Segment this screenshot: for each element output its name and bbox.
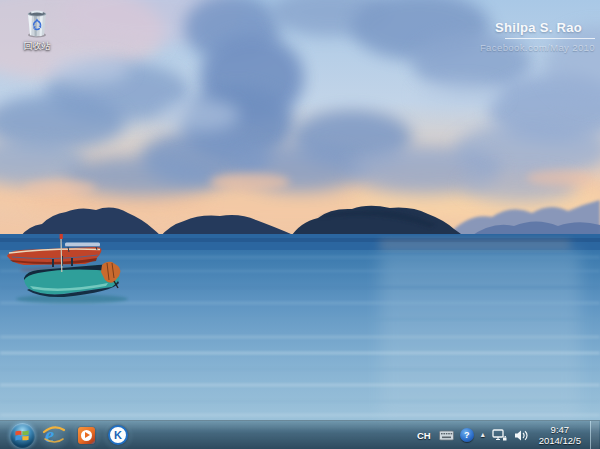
recycle-bin-icon	[21, 8, 53, 40]
system-tray: CH ? ▴	[414, 421, 600, 449]
k-app-icon: K	[108, 425, 128, 445]
taskbar-item-media-player[interactable]	[70, 421, 102, 449]
taskbar-left: e K	[0, 421, 134, 449]
tray-clock[interactable]: 9:47 2014/12/5	[534, 424, 586, 446]
play-icon	[85, 432, 90, 438]
desktop-icon-recycle-bin[interactable]: 回收站	[14, 8, 60, 52]
internet-explorer-icon: e	[42, 423, 66, 447]
taskbar-empty-area	[134, 421, 414, 449]
clock-date: 2014/12/5	[539, 435, 581, 446]
taskbar-item-k-player[interactable]: K	[102, 421, 134, 449]
network-tray-icon[interactable]	[491, 427, 509, 443]
desktop-icon-label: 回收站	[24, 41, 51, 52]
help-tray-icon[interactable]: ?	[459, 427, 475, 443]
start-button[interactable]	[6, 421, 38, 449]
show-desktop-button[interactable]	[590, 421, 599, 449]
taskbar: e K CH	[0, 420, 600, 449]
windows-logo-icon	[10, 423, 35, 448]
desktop-screen: 回收站 Shilpa S. Rao Facebook.com/May 2010	[0, 0, 600, 449]
clock-time: 9:47	[551, 424, 570, 435]
ime-language-indicator[interactable]: CH	[414, 428, 434, 443]
wallpaper-seascape	[0, 0, 600, 449]
media-player-icon	[78, 427, 95, 444]
taskbar-item-internet-explorer[interactable]: e	[38, 421, 70, 449]
volume-tray-icon[interactable]	[513, 428, 530, 443]
ime-keyboard-icon[interactable]	[438, 429, 455, 442]
show-hidden-icons-button[interactable]: ▴	[479, 431, 487, 439]
